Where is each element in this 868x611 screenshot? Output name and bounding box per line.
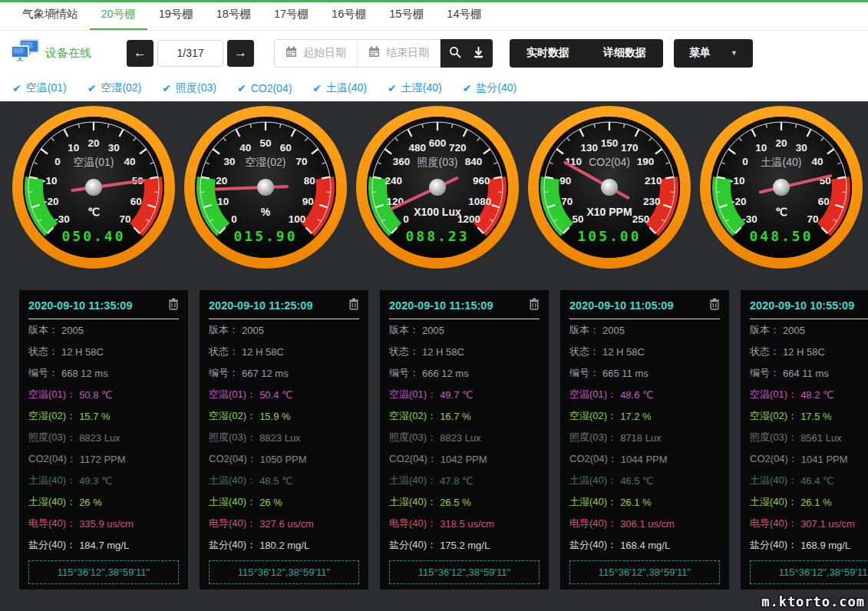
coordinates-box[interactable]: 115°36'12",38°59'11": [750, 560, 868, 584]
svg-text:720: 720: [449, 142, 467, 154]
tab-5[interactable]: 16号棚: [320, 1, 378, 30]
data-card-2: 2020-09-10 11:15:09版本：2005状态：12 H 58C编号：…: [380, 290, 549, 590]
trash-icon[interactable]: [348, 298, 359, 313]
filter-checkbox-4[interactable]: ✔土温(40): [312, 81, 367, 95]
row-value: 48.2 ℃: [800, 389, 834, 401]
check-icon: ✔: [12, 82, 21, 94]
card-row: 状态：12 H 58C: [209, 341, 359, 362]
tab-6[interactable]: 15号棚: [378, 1, 435, 30]
filter-checkbox-5[interactable]: ✔土湿(40): [388, 81, 442, 95]
svg-text:60: 60: [818, 196, 830, 207]
tab-1[interactable]: 20号棚: [90, 1, 147, 30]
card-header: 2020-09-10 10:55:09: [750, 298, 868, 319]
svg-text:480: 480: [408, 142, 426, 154]
row-value: 2005: [61, 325, 84, 336]
row-label: 盐分(40)：: [750, 538, 797, 552]
realtime-data-button[interactable]: 实时数据: [510, 39, 586, 68]
coordinates-box[interactable]: 115°36'12",38°59'11": [569, 560, 720, 584]
filter-checkbox-6[interactable]: ✔盐分(40): [463, 81, 517, 95]
card-row: 空温(01)：48.2 ℃: [750, 384, 868, 405]
end-date-input[interactable]: 结束日期: [357, 40, 440, 67]
card-row: 电导(40)：327.6 us/cm: [209, 513, 359, 534]
calendar-icon: [285, 46, 297, 61]
card-row: 电导(40)：318.5 us/cm: [389, 513, 540, 534]
card-row: 编号：666 12 ms: [389, 362, 540, 384]
card-row: 空温(01)：50.8 ℃: [28, 384, 179, 405]
page-indicator[interactable]: 1/317: [157, 40, 223, 67]
row-label: 状态：: [389, 345, 419, 358]
download-button[interactable]: [467, 40, 490, 67]
card-row: 土温(40)：46.4 ℃: [750, 470, 868, 491]
row-label: CO2(04)：: [28, 452, 77, 466]
svg-text:130: 130: [580, 142, 598, 154]
search-button[interactable]: [444, 40, 467, 67]
svg-text:088.23: 088.23: [405, 228, 469, 244]
trash-icon[interactable]: [529, 298, 540, 313]
card-row: 土温(40)：47.8 ℃: [389, 470, 540, 491]
row-label: 空湿(02)：: [569, 409, 617, 423]
tab-bar: 气象墒情站20号棚19号棚18号棚17号棚16号棚15号棚14号棚: [0, 2, 868, 31]
trash-icon[interactable]: [168, 298, 179, 313]
detail-data-button[interactable]: 详细数据: [586, 39, 663, 68]
row-label: 照度(03)：: [750, 431, 797, 444]
svg-text:105.00: 105.00: [577, 228, 641, 244]
row-label: 空温(01)：: [750, 388, 797, 401]
filter-label: CO2(04): [251, 82, 292, 94]
tab-3[interactable]: 18号棚: [205, 1, 262, 30]
svg-text:%: %: [261, 206, 271, 218]
row-value: 26.1 %: [800, 497, 831, 508]
filter-checkbox-3[interactable]: ✔CO2(04): [237, 82, 292, 94]
prev-page-button[interactable]: ←: [127, 40, 153, 67]
svg-text:X100 Lux: X100 Lux: [414, 206, 461, 218]
row-label: 盐分(40)：: [569, 538, 617, 552]
svg-text:90: 90: [302, 196, 314, 207]
svg-text:-10: -10: [730, 175, 745, 187]
card-row: 盐分(40)：175.2 mg/L: [389, 534, 540, 556]
search-download-group: [441, 39, 493, 68]
coordinates-box[interactable]: 115°36'12",38°59'11": [28, 560, 179, 584]
tab-2[interactable]: 19号棚: [147, 1, 205, 30]
tab-4[interactable]: 17号棚: [262, 1, 320, 30]
coordinates-box[interactable]: 115°36'12",38°59'11": [389, 560, 540, 584]
card-row: 版本：2005: [28, 319, 179, 341]
gauge-1: 0102030405060708090100空湿(02)%015.90: [181, 101, 350, 286]
tab-7[interactable]: 14号棚: [435, 1, 493, 30]
card-row: 照度(03)：8823 Lux: [209, 427, 359, 448]
pager: ← 1/317 →: [127, 40, 254, 67]
card-row: 状态：12 H 58C: [389, 341, 540, 362]
card-row: 版本：2005: [389, 319, 540, 341]
card-row: 照度(03)：8823 Lux: [389, 427, 540, 448]
card-row: 土湿(40)：26.1 %: [750, 491, 868, 513]
coordinates-box[interactable]: 115°36'12",38°59'11": [209, 560, 359, 584]
start-date-input[interactable]: 起始日期: [275, 40, 357, 67]
filter-checkbox-0[interactable]: ✔空温(01): [12, 81, 67, 95]
row-label: 盐分(40)：: [389, 538, 437, 552]
tab-0[interactable]: 气象墒情站: [11, 1, 90, 30]
filter-label: 照度(03): [176, 81, 216, 95]
filter-label: 土温(40): [326, 81, 367, 95]
card-row: 状态：12 H 58C: [28, 341, 179, 362]
card-row: 土湿(40)：26 %: [209, 491, 359, 513]
row-value: 12 H 58C: [602, 346, 645, 358]
row-value: 1044 PPM: [621, 454, 668, 465]
svg-text:0: 0: [231, 213, 237, 225]
cards-row: 2020-09-10 11:35:09版本：2005状态：12 H 58C编号：…: [19, 290, 868, 590]
svg-text:空湿(02): 空湿(02): [246, 156, 286, 168]
row-label: 版本：: [569, 323, 599, 337]
next-page-button[interactable]: →: [227, 40, 254, 67]
row-label: 版本：: [28, 323, 58, 337]
menu-dropdown-button[interactable]: 菜单 ▼: [674, 39, 753, 68]
row-value: 175.2 mg/L: [440, 540, 490, 551]
filter-checkbox-1[interactable]: ✔空湿(02): [87, 81, 142, 95]
row-value: 46.5 ℃: [620, 475, 654, 487]
start-date-placeholder: 起始日期: [303, 46, 346, 60]
row-label: 编号：: [28, 366, 58, 380]
row-label: 空温(01)：: [569, 388, 617, 401]
toolbar: 设备在线 ← 1/317 → 起始日期 结束日期: [0, 31, 868, 75]
trash-icon[interactable]: [709, 298, 720, 313]
svg-text:100: 100: [289, 213, 306, 225]
filter-checkbox-2[interactable]: ✔照度(03): [162, 81, 216, 95]
row-value: 180.2 mg/L: [259, 540, 309, 551]
card-row: 空温(01)：48.6 ℃: [569, 384, 720, 405]
svg-text:-20: -20: [44, 196, 59, 207]
